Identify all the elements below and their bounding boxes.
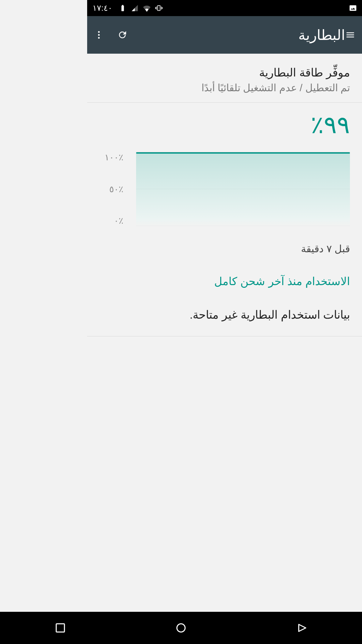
page-title: البطارية	[298, 27, 345, 43]
overflow-menu-icon[interactable]	[94, 30, 104, 40]
vibrate-icon	[155, 4, 163, 12]
svg-point-0	[98, 31, 100, 33]
app-bar: البطارية	[87, 16, 362, 54]
battery-chart[interactable]: ١٠٠٪ ٥٠٪ ٠٪	[99, 152, 350, 239]
nav-drawer-icon[interactable]	[345, 30, 355, 40]
status-right	[349, 4, 357, 12]
content-area: موفِّر طاقة البطارية تم التعطيل / عدم ال…	[87, 54, 362, 336]
status-bar: ١٧:٤٠	[87, 0, 362, 16]
battery-icon	[119, 4, 126, 12]
usage-since-charge-link[interactable]: الاستخدام منذ آخر شحن كامل	[99, 275, 350, 288]
cellular-icon	[131, 4, 138, 12]
battery-percent: ٩٩٪	[99, 111, 350, 139]
chart-label-50: ٥٠٪	[99, 184, 123, 195]
chart-time-label: قبل ٧ دقيقة	[99, 243, 350, 255]
svg-point-2	[98, 37, 100, 39]
wifi-icon	[143, 4, 150, 12]
refresh-icon[interactable]	[117, 30, 127, 40]
battery-saver-subtitle: تم التعطيل / عدم التشغيل تلقائيًا أبدًا	[99, 82, 350, 94]
chart-label-0: ٠٪	[99, 216, 123, 226]
no-data-text: بيانات استخدام البطارية غير متاحة.	[99, 308, 350, 321]
battery-saver-row[interactable]: موفِّر طاقة البطارية تم التعطيل / عدم ال…	[87, 57, 362, 103]
status-clock: ١٧:٤٠	[93, 3, 112, 13]
chart-area	[136, 152, 350, 226]
chart-y-labels: ١٠٠٪ ٥٠٪ ٠٪	[99, 152, 126, 226]
battery-saver-title: موفِّر طاقة البطارية	[99, 66, 350, 79]
status-left: ١٧:٤٠	[93, 3, 163, 13]
chart-label-100: ١٠٠٪	[99, 152, 123, 163]
battery-block: ٩٩٪ ١٠٠٪ ٥٠٪ ٠٪ قبل ٧ دقيقة الاستخدام من…	[87, 103, 362, 336]
picture-icon	[349, 4, 357, 12]
svg-point-1	[98, 34, 100, 36]
